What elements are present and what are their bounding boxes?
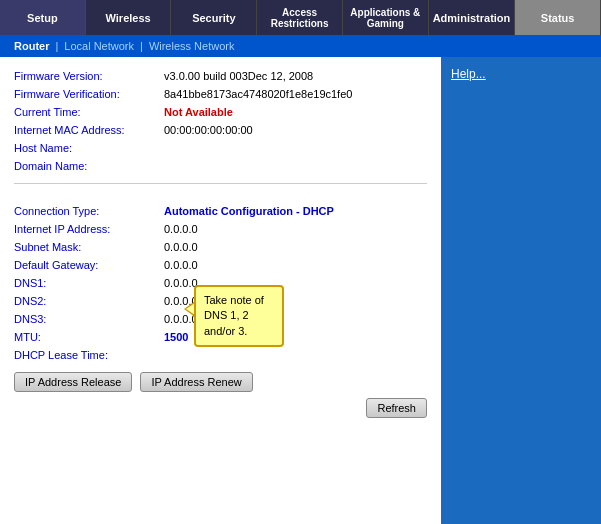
action-buttons: IP Address Release IP Address Renew	[14, 372, 427, 392]
ip-renew-button[interactable]: IP Address Renew	[140, 372, 252, 392]
top-nav: Setup Wireless Security Access Restricti…	[0, 0, 601, 35]
dhcp-lease-row: DHCP Lease Time:	[14, 346, 427, 364]
internet-mac-value: 00:00:00:00:00:00	[164, 124, 253, 136]
internet-ip-row: Internet IP Address: 0.0.0.0	[14, 220, 427, 238]
subnet-mask-value: 0.0.0.0	[164, 241, 198, 253]
nav-setup[interactable]: Setup	[0, 0, 86, 35]
dhcp-lease-label: DHCP Lease Time:	[14, 349, 164, 361]
firmware-section: Firmware Version: v3.0.00 build 003Dec 1…	[14, 67, 427, 175]
firmware-version-row: Firmware Version: v3.0.00 build 003Dec 1…	[14, 67, 427, 85]
dns2-row: DNS2: 0.0.0.0 Take note of DNS 1, 2 and/…	[14, 292, 427, 310]
internet-ip-label: Internet IP Address:	[14, 223, 164, 235]
connection-type-label: Connection Type:	[14, 205, 164, 217]
dns1-label: DNS1:	[14, 277, 164, 289]
connection-section: Connection Type: Automatic Configuration…	[14, 202, 427, 364]
subnav-wireless-network[interactable]: Wireless Network	[143, 40, 241, 52]
default-gateway-row: Default Gateway: 0.0.0.0	[14, 256, 427, 274]
nav-wireless[interactable]: Wireless	[86, 0, 172, 35]
subnav-router[interactable]: Router	[8, 40, 55, 52]
current-time-label: Current Time:	[14, 106, 164, 118]
internet-mac-row: Internet MAC Address: 00:00:00:00:00:00	[14, 121, 427, 139]
nav-security[interactable]: Security	[171, 0, 257, 35]
connection-type-value: Automatic Configuration - DHCP	[164, 205, 334, 217]
firmware-verification-value: 8a41bbe8173ac4748020f1e8e19c1fe0	[164, 88, 352, 100]
mtu-value: 1500	[164, 331, 188, 343]
subnav-local-network[interactable]: Local Network	[58, 40, 140, 52]
help-link[interactable]: Help...	[451, 67, 591, 81]
default-gateway-label: Default Gateway:	[14, 259, 164, 271]
refresh-row: Refresh	[14, 398, 427, 418]
host-name-label: Host Name:	[14, 142, 164, 154]
firmware-verification-row: Firmware Verification: 8a41bbe8173ac4748…	[14, 85, 427, 103]
dns1-value: 0.0.0.0	[164, 277, 198, 289]
tooltip-box: Take note of DNS 1, 2 and/or 3.	[194, 285, 284, 347]
current-time-value: Not Available	[164, 106, 233, 118]
firmware-version-label: Firmware Version:	[14, 70, 164, 82]
mtu-label: MTU:	[14, 331, 164, 343]
content-area: Firmware Version: v3.0.00 build 003Dec 1…	[0, 57, 441, 524]
nav-applications-gaming[interactable]: Applications & Gaming	[343, 0, 429, 35]
firmware-version-value: v3.0.00 build 003Dec 12, 2008	[164, 70, 313, 82]
dns2-value-wrapper: 0.0.0.0 Take note of DNS 1, 2 and/or 3.	[164, 295, 198, 307]
dns3-label: DNS3:	[14, 313, 164, 325]
domain-name-row: Domain Name:	[14, 157, 427, 175]
host-name-row: Host Name:	[14, 139, 427, 157]
ip-release-button[interactable]: IP Address Release	[14, 372, 132, 392]
connection-type-row: Connection Type: Automatic Configuration…	[14, 202, 427, 220]
dns2-label: DNS2:	[14, 295, 164, 307]
current-time-row: Current Time: Not Available	[14, 103, 427, 121]
nav-status[interactable]: Status	[515, 0, 601, 35]
nav-access-restrictions[interactable]: Access Restrictions	[257, 0, 343, 35]
default-gateway-value: 0.0.0.0	[164, 259, 198, 271]
subnet-mask-label: Subnet Mask:	[14, 241, 164, 253]
sub-nav: Router | Local Network | Wireless Networ…	[0, 35, 601, 57]
section-divider	[14, 183, 427, 184]
internet-ip-value: 0.0.0.0	[164, 223, 198, 235]
refresh-button[interactable]: Refresh	[366, 398, 427, 418]
internet-mac-label: Internet MAC Address:	[14, 124, 164, 136]
domain-name-label: Domain Name:	[14, 160, 164, 172]
firmware-verification-label: Firmware Verification:	[14, 88, 164, 100]
subnet-mask-row: Subnet Mask: 0.0.0.0	[14, 238, 427, 256]
main-layout: Firmware Version: v3.0.00 build 003Dec 1…	[0, 57, 601, 524]
nav-administration[interactable]: Administration	[429, 0, 516, 35]
sidebar: Help...	[441, 57, 601, 524]
